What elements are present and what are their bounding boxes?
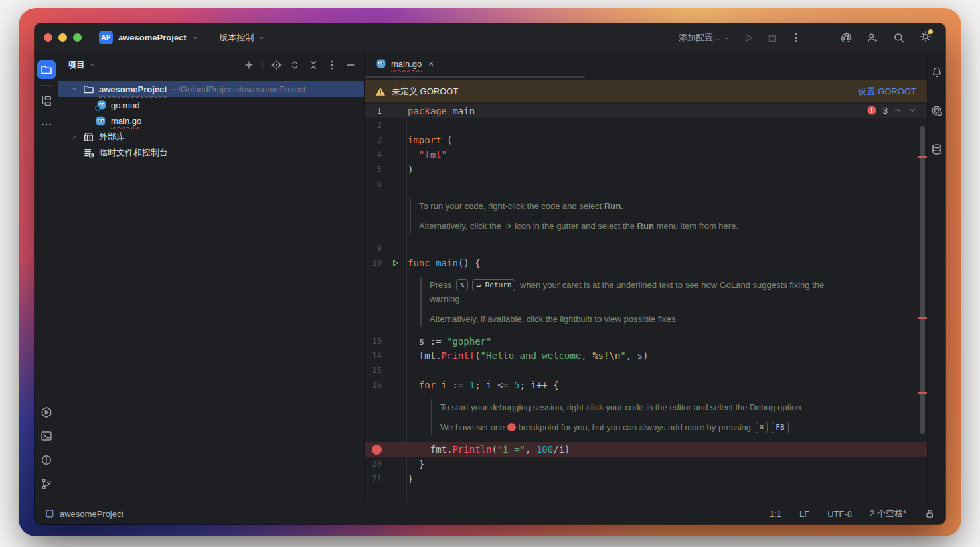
debug-button-button[interactable] bbox=[762, 29, 783, 46]
project-widget[interactable]: AP awesomeProject bbox=[99, 31, 199, 44]
lock-open-icon[interactable] bbox=[924, 508, 935, 519]
code-editor[interactable]: 1package main23import (4 "fmt"5)6To run … bbox=[365, 102, 927, 503]
code-with-me-button[interactable] bbox=[862, 29, 883, 46]
ai-chat-button[interactable]: @ bbox=[836, 29, 857, 46]
sidebar-item-more-tool-windows[interactable] bbox=[37, 116, 56, 134]
code-text: for i := 1; i <= 5; i++ { bbox=[408, 378, 559, 392]
project-panel-title[interactable]: 项目 bbox=[68, 59, 96, 71]
hint-paragraph: To start your debugging session, right-c… bbox=[440, 400, 860, 414]
right-activity-bar bbox=[927, 52, 945, 503]
maximize-window-button[interactable] bbox=[73, 33, 82, 42]
tab-main-go[interactable]: main.go × bbox=[365, 52, 442, 75]
tree-item-label: go.mod bbox=[111, 100, 139, 110]
file-encoding[interactable]: UTF-8 bbox=[827, 509, 852, 519]
tree-item-scratches[interactable]: 临时文件和控制台 bbox=[58, 145, 364, 161]
code-text: import ( bbox=[408, 133, 452, 147]
tree-item-label: awesomeProject bbox=[99, 84, 167, 94]
line-separator[interactable]: LF bbox=[799, 509, 809, 519]
main-area: 项目 awesomeProject~/GolandProjects/awesom… bbox=[35, 52, 945, 503]
vcs-widget[interactable]: 版本控制 bbox=[220, 32, 265, 44]
settings-button[interactable] bbox=[915, 28, 936, 47]
bell-icon bbox=[931, 66, 943, 78]
hide-button[interactable] bbox=[343, 57, 359, 73]
collapse-icon bbox=[308, 60, 319, 70]
hint-paragraph: To run your code, right-click the code a… bbox=[419, 199, 839, 213]
code-line-4: 4 "fmt" bbox=[365, 147, 927, 162]
chevron-down-icon bbox=[724, 35, 730, 41]
error-stripe-mark[interactable] bbox=[918, 317, 927, 319]
expand-icon bbox=[289, 60, 300, 70]
editor-scrollbar-thumb[interactable] bbox=[920, 126, 925, 434]
git-icon bbox=[41, 478, 52, 490]
breakpoint-icon[interactable] bbox=[372, 445, 382, 455]
tree-item-go-mod[interactable]: go.mod bbox=[58, 97, 364, 113]
chevron-down-icon[interactable] bbox=[71, 86, 83, 92]
sidebar-item-project[interactable] bbox=[37, 60, 56, 79]
chevron-down-icon bbox=[192, 35, 199, 41]
run-gutter-icon[interactable] bbox=[390, 258, 400, 268]
tab-title: main.go bbox=[391, 59, 422, 69]
divider bbox=[40, 85, 53, 86]
error-stripe-mark[interactable] bbox=[918, 156, 927, 158]
inline-hint-block: To run your code, right-click the code a… bbox=[410, 198, 927, 234]
folder-icon bbox=[83, 84, 94, 95]
error-stripe-mark[interactable] bbox=[918, 392, 927, 394]
sidebar-item-ai-assistant[interactable] bbox=[928, 102, 946, 120]
banner-message: 未定义 GOROOT bbox=[392, 86, 458, 98]
go-file-icon bbox=[376, 58, 386, 69]
ai-chat-icon: @ bbox=[841, 32, 852, 43]
chevron-right-icon[interactable] bbox=[71, 133, 83, 140]
select-opened-file-button[interactable] bbox=[268, 57, 284, 73]
tree-item-root[interactable]: awesomeProject~/GolandProjects/awesomePr… bbox=[58, 81, 364, 97]
tab-scrollbar[interactable] bbox=[365, 76, 585, 78]
code-line-5: 5) bbox=[365, 162, 927, 177]
tree-item-label: 临时文件和控制台 bbox=[99, 147, 168, 159]
code-lines: 1package main23import (4 "fmt"5)6To run … bbox=[365, 102, 927, 503]
ai-icon bbox=[931, 105, 943, 117]
line-number bbox=[365, 445, 382, 455]
sidebar-item-run[interactable] bbox=[37, 403, 56, 422]
line-number: 1 bbox=[365, 104, 382, 118]
tree-item-main-go[interactable]: main.go bbox=[58, 113, 364, 129]
collapse-all-button[interactable] bbox=[305, 57, 321, 73]
inspections-widget[interactable]: 3 bbox=[866, 105, 916, 116]
tree-item-external-libraries[interactable]: 外部库 bbox=[58, 129, 364, 145]
indent-style[interactable]: 2 个空格* bbox=[870, 508, 906, 520]
add-button[interactable] bbox=[241, 57, 257, 73]
sidebar-item-notifications[interactable] bbox=[928, 63, 946, 82]
code-text: s := "gopher" bbox=[408, 334, 491, 349]
status-bar: awesomeProject 1:1LFUTF-82 个空格* bbox=[35, 503, 945, 524]
tab-options-icon[interactable] bbox=[915, 52, 927, 63]
inline-hint-block: Press ⌥↵ Return when your caret is at th… bbox=[420, 277, 927, 327]
database-icon bbox=[931, 143, 943, 155]
code-line-2: 2 bbox=[365, 118, 927, 133]
run-config-selector-button[interactable]: 添加配置... bbox=[674, 29, 735, 46]
search-everywhere-button[interactable] bbox=[888, 29, 910, 46]
sidebar-item-database[interactable] bbox=[928, 140, 946, 159]
sidebar-item-problems[interactable] bbox=[37, 451, 56, 469]
code-line-15: 15 bbox=[365, 363, 927, 378]
hint-paragraph: Alternatively, click the icon in the gut… bbox=[419, 219, 839, 233]
options-button[interactable] bbox=[324, 57, 340, 73]
sidebar-item-terminal[interactable] bbox=[37, 427, 56, 445]
code-line-14: 14 fmt.Printf("Hello and welcome, %s!\n"… bbox=[365, 349, 927, 363]
more-actions-button[interactable] bbox=[785, 29, 807, 46]
error-badge-icon bbox=[866, 105, 877, 116]
expand-all-button[interactable] bbox=[287, 57, 303, 73]
prev-error-icon[interactable] bbox=[894, 106, 902, 114]
next-error-icon[interactable] bbox=[908, 106, 916, 114]
run-button-button[interactable] bbox=[738, 29, 759, 46]
line-number: 21 bbox=[365, 471, 382, 486]
status-project-widget[interactable]: awesomeProject bbox=[45, 509, 123, 519]
keycap: ⌥ bbox=[456, 279, 469, 291]
sidebar-item-structure[interactable] bbox=[37, 92, 56, 110]
line-number: 2 bbox=[365, 118, 382, 133]
close-tab-icon[interactable]: × bbox=[426, 58, 436, 69]
setup-goroot-link[interactable]: 设置 GOROOT bbox=[858, 86, 916, 98]
tree-item-label: main.go bbox=[111, 116, 141, 126]
minimize-window-button[interactable] bbox=[58, 33, 67, 42]
code-line-16: 16 for i := 1; i <= 5; i++ { bbox=[365, 378, 927, 392]
sidebar-item-version-control[interactable] bbox=[37, 475, 56, 493]
caret-position[interactable]: 1:1 bbox=[770, 509, 781, 519]
close-window-button[interactable] bbox=[44, 33, 52, 42]
